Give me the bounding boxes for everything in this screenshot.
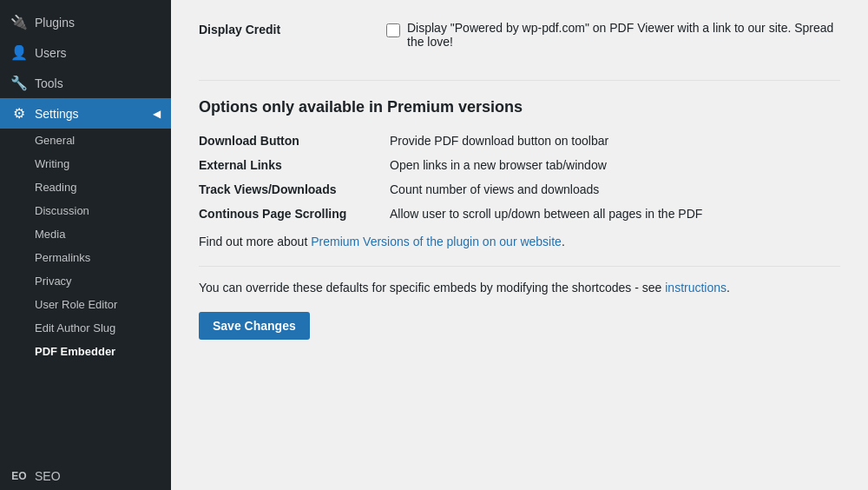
premium-section: Options only available in Premium versio… bbox=[199, 63, 840, 248]
premium-feature-row-1: External Links Open links in a new brows… bbox=[199, 158, 840, 172]
sidebar-item-media[interactable]: Media bbox=[0, 222, 171, 246]
premium-feature-label-0: Download Button bbox=[199, 134, 372, 148]
sidebar-item-settings[interactable]: ⚙ Settings ◀ bbox=[0, 98, 171, 129]
sidebar-item-label: Settings bbox=[35, 107, 79, 121]
sidebar-item-plugins[interactable]: 🔌 Plugins bbox=[0, 7, 171, 37]
sidebar-item-label: Users bbox=[35, 46, 67, 60]
premium-heading: Options only available in Premium versio… bbox=[199, 80, 840, 116]
divider bbox=[199, 266, 840, 267]
sidebar-item-privacy[interactable]: Privacy bbox=[0, 269, 171, 293]
premium-link-area: Find out more about Premium Versions of … bbox=[199, 235, 840, 248]
premium-feature-desc-2: Count number of views and downloads bbox=[390, 182, 599, 196]
settings-arrow-icon: ◀ bbox=[153, 108, 161, 120]
sidebar-item-label: Tools bbox=[35, 76, 63, 90]
sidebar-item-pdf-embedder[interactable]: PDF Embedder bbox=[0, 340, 171, 363]
sidebar-item-edit-author-slug[interactable]: Edit Author Slug bbox=[0, 316, 171, 340]
plugins-icon: 🔌 bbox=[10, 14, 28, 30]
premium-feature-desc-3: Allow user to scroll up/down between all… bbox=[390, 207, 702, 221]
premium-feature-label-3: Continous Page Scrolling bbox=[199, 207, 372, 221]
sidebar-item-user-role-editor[interactable]: User Role Editor bbox=[0, 293, 171, 316]
display-credit-row: Display Credit Display "Powered by wp-pd… bbox=[199, 21, 840, 49]
sidebar-item-reading[interactable]: Reading bbox=[0, 175, 171, 199]
premium-feature-desc-1: Open links in a new browser tab/window bbox=[390, 158, 607, 172]
display-credit-checkbox[interactable] bbox=[386, 23, 400, 37]
premium-feature-row-3: Continous Page Scrolling Allow user to s… bbox=[199, 207, 840, 221]
sidebar-item-tools[interactable]: 🔧 Tools bbox=[0, 68, 171, 98]
override-suffix: . bbox=[727, 281, 730, 295]
tools-icon: 🔧 bbox=[10, 75, 28, 91]
sidebar: 🔌 Plugins 👤 Users 🔧 Tools ⚙ Settings ◀ G… bbox=[0, 0, 171, 490]
display-credit-label: Display Credit bbox=[199, 21, 372, 36]
premium-feature-desc-0: Provide PDF download button on toolbar bbox=[390, 134, 608, 148]
display-credit-value: Display "Powered by wp-pdf.com" on PDF V… bbox=[386, 21, 840, 49]
sidebar-item-writing[interactable]: Writing bbox=[0, 152, 171, 175]
sidebar-item-label: Plugins bbox=[35, 16, 75, 30]
premium-feature-row-0: Download Button Provide PDF download but… bbox=[199, 134, 840, 148]
find-out-suffix: . bbox=[562, 235, 565, 248]
find-out-prefix: Find out more about bbox=[199, 235, 311, 248]
save-changes-button[interactable]: Save Changes bbox=[199, 312, 310, 340]
sidebar-item-discussion[interactable]: Discussion bbox=[0, 199, 171, 222]
instructions-link[interactable]: instructions bbox=[665, 281, 727, 295]
premium-feature-label-1: External Links bbox=[199, 158, 372, 172]
sidebar-top: 🔌 Plugins 👤 Users 🔧 Tools ⚙ Settings ◀ G… bbox=[0, 0, 171, 363]
seo-icon: EO bbox=[10, 470, 28, 482]
premium-feature-label-2: Track Views/Downloads bbox=[199, 182, 372, 196]
sidebar-item-users[interactable]: 👤 Users bbox=[0, 37, 171, 68]
sidebar-item-seo[interactable]: EO SEO bbox=[0, 462, 171, 490]
sidebar-item-permalinks[interactable]: Permalinks bbox=[0, 246, 171, 269]
settings-icon: ⚙ bbox=[10, 105, 28, 122]
display-credit-description: Display "Powered by wp-pdf.com" on PDF V… bbox=[407, 21, 840, 49]
users-icon: 👤 bbox=[10, 44, 28, 61]
main-content: Display Credit Display "Powered by wp-pd… bbox=[171, 0, 868, 490]
sidebar-item-label: SEO bbox=[35, 469, 61, 483]
display-credit-checkbox-area: Display "Powered by wp-pdf.com" on PDF V… bbox=[386, 21, 840, 49]
premium-link[interactable]: Premium Versions of the plugin on our we… bbox=[311, 235, 562, 248]
sidebar-item-general[interactable]: General bbox=[0, 129, 171, 152]
premium-feature-row-2: Track Views/Downloads Count number of vi… bbox=[199, 182, 840, 196]
override-prefix: You can override these defaults for spec… bbox=[199, 281, 665, 295]
override-text: You can override these defaults for spec… bbox=[199, 281, 840, 295]
